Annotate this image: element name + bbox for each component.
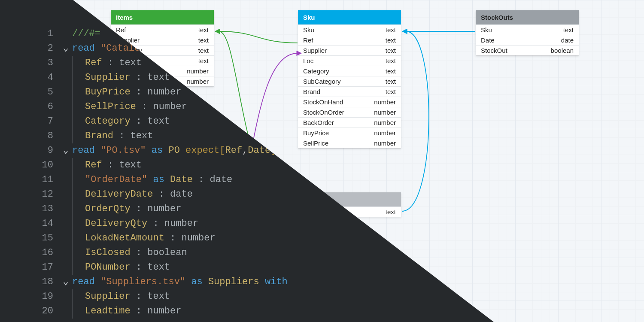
fold-chevron-icon[interactable]: ⌄ bbox=[59, 143, 72, 158]
token-alias: PO bbox=[168, 145, 179, 156]
table-items-header[interactable]: Items bbox=[111, 10, 214, 24]
line-number: 9 bbox=[0, 143, 59, 158]
indent-guide bbox=[72, 231, 85, 246]
table-sku[interactable]: Sku Skutext Reftext Suppliertext Loctext… bbox=[298, 10, 401, 148]
token-keyword: read bbox=[72, 145, 95, 156]
token-string: "Suppliers.tsv" bbox=[100, 276, 185, 287]
token-type: number bbox=[181, 233, 215, 243]
table-stockouts-header[interactable]: StockOuts bbox=[476, 10, 579, 24]
token-keyword: as bbox=[191, 276, 202, 287]
token-field: Ref bbox=[85, 160, 102, 170]
field-type: boolean bbox=[551, 47, 574, 54]
field-name: StockOut bbox=[481, 47, 507, 54]
field-name: Brand bbox=[303, 88, 320, 95]
table-row[interactable]: SubCategorytext bbox=[298, 76, 401, 86]
indent-guide bbox=[72, 129, 85, 143]
token-colon: : bbox=[102, 58, 119, 68]
field-name: Date bbox=[481, 36, 495, 44]
token-type: text bbox=[147, 72, 170, 83]
indent-guide bbox=[72, 246, 85, 260]
field-type: text bbox=[386, 26, 396, 33]
token-type: date bbox=[210, 174, 232, 185]
table-sku-header[interactable]: Sku bbox=[298, 10, 401, 24]
table-row[interactable]: Skutext bbox=[476, 24, 579, 35]
field-type: number bbox=[374, 109, 396, 116]
line-number: 11 bbox=[0, 173, 59, 187]
table-row[interactable]: Loctext bbox=[298, 55, 401, 66]
token-field: Ref bbox=[85, 58, 102, 68]
token-type: number bbox=[147, 306, 181, 316]
field-type: number bbox=[187, 78, 209, 85]
table-row[interactable]: StockOnHandnumber bbox=[298, 97, 401, 107]
token-field: Supplier bbox=[85, 72, 131, 83]
indent-guide bbox=[72, 260, 85, 275]
field-name: Loc bbox=[303, 57, 313, 64]
token-field: DeliveryDate bbox=[85, 189, 153, 200]
token-alias: Date bbox=[170, 174, 193, 185]
table-row[interactable]: BuyPricenumber bbox=[298, 128, 401, 138]
line-number: 1 bbox=[0, 27, 59, 41]
line-number: 16 bbox=[0, 246, 59, 260]
table-row[interactable]: Reftext bbox=[111, 24, 214, 35]
token-alias: Suppliers bbox=[208, 276, 259, 287]
indent-guide bbox=[72, 56, 85, 70]
line-number: 15 bbox=[0, 231, 59, 246]
line-number: 8 bbox=[0, 129, 59, 143]
table-row[interactable]: Reftext bbox=[298, 35, 401, 45]
token-field: Leadtime bbox=[85, 306, 131, 316]
table-row[interactable]: Brandtext bbox=[298, 86, 401, 97]
line-number: 5 bbox=[0, 85, 59, 100]
indent-guide bbox=[72, 304, 85, 319]
field-type: text bbox=[198, 36, 209, 44]
token-field: BuyPrice bbox=[85, 87, 131, 97]
token-field: SellPrice bbox=[85, 101, 136, 112]
token-field: Ref bbox=[225, 145, 242, 156]
line-number: 13 bbox=[0, 202, 59, 216]
table-row[interactable]: Skutext bbox=[298, 24, 401, 35]
table-stockouts[interactable]: StockOuts Skutext Datedate StockOutboole… bbox=[476, 10, 579, 55]
token-keyword: read bbox=[72, 276, 95, 287]
table-row[interactable]: StockOutboolean bbox=[476, 45, 579, 55]
fold-chevron-icon[interactable]: ⌄ bbox=[59, 275, 72, 289]
token-type: text bbox=[147, 291, 170, 302]
field-type: date bbox=[561, 36, 574, 44]
field-type: text bbox=[386, 208, 396, 216]
token-type: text bbox=[147, 116, 170, 127]
indent-guide bbox=[72, 187, 85, 202]
field-type: text bbox=[563, 26, 574, 33]
token-type: number bbox=[147, 204, 181, 214]
indent-guide bbox=[72, 100, 85, 114]
field-type: text bbox=[198, 26, 209, 33]
token-bracket: [ bbox=[219, 145, 225, 156]
table-row[interactable]: Datedate bbox=[476, 35, 579, 45]
line-number: 18 bbox=[0, 275, 59, 289]
token-type: date bbox=[170, 189, 193, 200]
token-field: DeliveryQty bbox=[85, 218, 147, 229]
token-type: number bbox=[153, 101, 187, 112]
line-number: 14 bbox=[0, 216, 59, 231]
field-name: StockOnOrder bbox=[303, 109, 344, 116]
token-field: IsClosed bbox=[85, 247, 131, 258]
field-name: SubCategory bbox=[303, 78, 341, 85]
table-row[interactable]: StockOnOrdernumber bbox=[298, 107, 401, 117]
token-type: text bbox=[131, 131, 153, 141]
token-field: LokadNetAmount bbox=[85, 233, 164, 243]
field-name: SellPrice bbox=[303, 140, 328, 147]
field-type: number bbox=[187, 67, 209, 75]
table-row[interactable]: Categorytext bbox=[298, 66, 401, 76]
field-type: text bbox=[386, 88, 396, 95]
table-row[interactable]: BackOrdernumber bbox=[298, 117, 401, 128]
field-name: Ref bbox=[116, 26, 126, 33]
indent-guide bbox=[72, 85, 85, 100]
fold-chevron-icon[interactable]: ⌄ bbox=[59, 41, 72, 56]
line-number: 7 bbox=[0, 114, 59, 129]
field-type: text bbox=[386, 57, 396, 64]
token-type: boolean bbox=[147, 247, 187, 258]
token-keyword: as bbox=[153, 174, 164, 185]
table-row[interactable]: Suppliertext bbox=[298, 45, 401, 55]
field-name: BackOrder bbox=[303, 119, 334, 126]
table-row[interactable]: SellPricenumber bbox=[298, 138, 401, 148]
token-field: OrderQty bbox=[85, 204, 131, 214]
field-name: Ref bbox=[303, 36, 313, 44]
field-name: Supplier bbox=[303, 47, 327, 54]
